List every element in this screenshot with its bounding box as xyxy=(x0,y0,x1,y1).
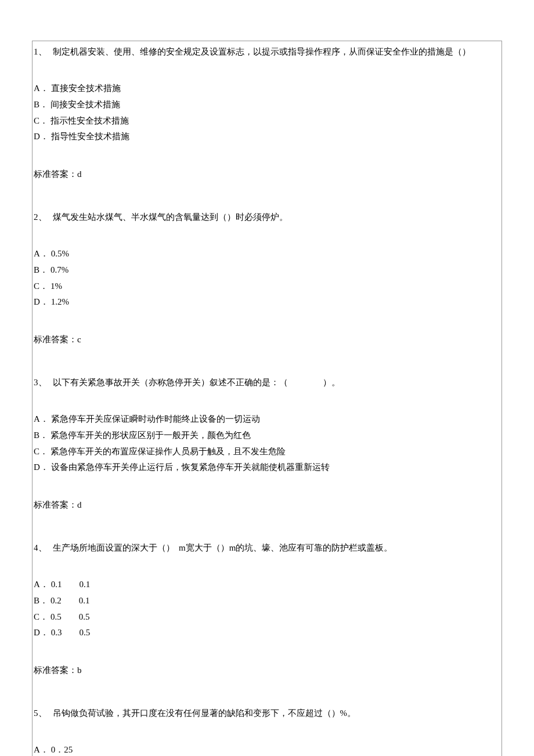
options-list: A．0.1 0.1 B．0.2 0.1 C．0.5 0.5 D．0.3 0.5 xyxy=(34,577,500,641)
option-letter: C． xyxy=(34,113,48,129)
question-body: 吊钩做负荷试验，其开口度在没有任何显著的缺陷和变形下，不应超过（）%。 xyxy=(53,708,356,718)
option-letter: C． xyxy=(34,444,48,460)
option-letter: C． xyxy=(34,278,48,295)
question-text: 1、制定机器安装、使用、维修的安全规定及设置标志，以提示或指导操作程序，从而保证… xyxy=(34,45,500,59)
option-text: 紧急停车开关的形状应区别于一般开关，颜色为红色 xyxy=(50,431,251,440)
option-d: D．设备由紧急停车开关停止运行后，恢复紧急停车开关就能使机器重新运转 xyxy=(34,460,500,476)
question-text: 5、吊钩做负荷试验，其开口度在没有任何显著的缺陷和变形下，不应超过（）%。 xyxy=(34,706,500,720)
question-text: 2、煤气发生站水煤气、半水煤气的含氧量达到（）时必须停炉。 xyxy=(34,210,500,224)
option-letter: A． xyxy=(34,246,49,262)
question-number: 5、 xyxy=(34,706,47,720)
option-letter: D． xyxy=(34,625,49,641)
option-text: 指导性安全技术措施 xyxy=(51,132,129,141)
option-a: A．0.5% xyxy=(34,246,500,262)
option-letter: D． xyxy=(34,129,49,145)
answer-value: d xyxy=(77,500,82,509)
option-letter: A． xyxy=(34,742,49,756)
options-list: A．直接安全技术措施 B．间接安全技术措施 C．指示性安全技术措施 D．指导性安… xyxy=(34,81,500,145)
option-text: 紧急停车开关的布置应保证操作人员易于触及，且不发生危险 xyxy=(50,447,286,456)
question-body: 生产场所地面设置的深大于（） m宽大于（）m的坑、壕、池应有可靠的防护栏或盖板。 xyxy=(53,543,393,552)
question-text: 3、以下有关紧急事故开关（亦称急停开关）叙述不正确的是：（ ）。 xyxy=(34,375,500,389)
question-number: 1、 xyxy=(34,45,47,59)
option-letter: A． xyxy=(34,81,49,97)
option-letter: B． xyxy=(34,97,48,113)
question-number: 4、 xyxy=(34,541,47,555)
option-text: 0.1 0.1 xyxy=(51,580,91,589)
option-c: C．1% xyxy=(34,278,500,295)
option-text: 0．25 xyxy=(51,745,73,754)
question-block: 5、吊钩做负荷试验，其开口度在没有任何显著的缺陷和变形下，不应超过（）%。 A．… xyxy=(34,706,500,756)
question-text: 4、生产场所地面设置的深大于（） m宽大于（）m的坑、壕、池应有可靠的防护栏或盖… xyxy=(34,541,500,555)
answer-label: 标准答案： xyxy=(34,335,77,344)
option-text: 直接安全技术措施 xyxy=(51,84,121,93)
question-block: 1、制定机器安装、使用、维修的安全规定及设置标志，以提示或指导操作程序，从而保证… xyxy=(34,45,500,181)
option-letter: B． xyxy=(34,428,48,444)
option-d: D．1.2% xyxy=(34,294,500,310)
answer-line: 标准答案：b xyxy=(34,663,500,677)
question-block: 3、以下有关紧急事故开关（亦称急停开关）叙述不正确的是：（ ）。 A．紧急停车开… xyxy=(34,375,500,512)
options-list: A．紧急停车开关应保证瞬时动作时能终止设备的一切运动 B．紧急停车开关的形状应区… xyxy=(34,411,500,476)
option-text: 1% xyxy=(50,281,62,291)
option-b: B．间接安全技术措施 xyxy=(34,97,500,113)
option-a: A．紧急停车开关应保证瞬时动作时能终止设备的一切运动 xyxy=(34,411,500,428)
answer-line: 标准答案：d xyxy=(34,167,500,181)
options-list: A．0.5% B．0.7% C．1% D．1.2% xyxy=(34,246,500,310)
option-letter: D． xyxy=(34,460,49,476)
question-body: 煤气发生站水煤气、半水煤气的含氧量达到（）时必须停炉。 xyxy=(53,212,288,222)
answer-label: 标准答案： xyxy=(34,665,77,675)
option-text: 0.2 0.1 xyxy=(50,596,90,605)
option-text: 1.2% xyxy=(51,297,69,306)
option-text: 0.3 0.5 xyxy=(51,628,91,637)
option-text: 0.5 0.5 xyxy=(50,612,90,621)
question-body: 以下有关紧急事故开关（亦称急停开关）叙述不正确的是：（ ）。 xyxy=(53,378,340,387)
option-letter: B． xyxy=(34,262,48,278)
option-letter: A． xyxy=(34,411,49,428)
answer-value: d xyxy=(77,169,82,179)
option-b: B．0.2 0.1 xyxy=(34,593,500,609)
question-number: 2、 xyxy=(34,210,47,224)
question-block: 4、生产场所地面设置的深大于（） m宽大于（）m的坑、壕、池应有可靠的防护栏或盖… xyxy=(34,541,500,677)
option-d: D．0.3 0.5 xyxy=(34,625,500,641)
answer-value: c xyxy=(77,335,81,344)
option-a: A．0．25 xyxy=(34,742,500,756)
option-letter: D． xyxy=(34,294,49,310)
option-text: 0.7% xyxy=(50,265,68,274)
answer-value: b xyxy=(77,665,82,675)
answer-line: 标准答案：c xyxy=(34,332,500,346)
option-text: 设备由紧急停车开关停止运行后，恢复紧急停车开关就能使机器重新运转 xyxy=(51,462,330,472)
option-text: 间接安全技术措施 xyxy=(50,100,120,109)
option-c: C．0.5 0.5 xyxy=(34,609,500,625)
question-body: 制定机器安装、使用、维修的安全规定及设置标志，以提示或指导操作程序，从而保证安全… xyxy=(53,47,471,56)
options-list: A．0．25 B．0.5 C．0.7 D．1.0 xyxy=(34,742,500,756)
option-b: B．0.7% xyxy=(34,262,500,278)
answer-label: 标准答案： xyxy=(34,169,77,179)
option-text: 紧急停车开关应保证瞬时动作时能终止设备的一切运动 xyxy=(51,414,260,424)
option-d: D．指导性安全技术措施 xyxy=(34,129,500,145)
option-letter: B． xyxy=(34,593,48,609)
option-letter: C． xyxy=(34,609,48,625)
option-a: A．0.1 0.1 xyxy=(34,577,500,593)
option-text: 0.5% xyxy=(51,249,69,258)
document-container: 1、制定机器安装、使用、维修的安全规定及设置标志，以提示或指导操作程序，从而保证… xyxy=(32,41,502,756)
question-block: 2、煤气发生站水煤气、半水煤气的含氧量达到（）时必须停炉。 A．0.5% B．0… xyxy=(34,210,500,346)
option-c: C．指示性安全技术措施 xyxy=(34,113,500,129)
option-text: 指示性安全技术措施 xyxy=(50,116,129,125)
option-c: C．紧急停车开关的布置应保证操作人员易于触及，且不发生危险 xyxy=(34,444,500,460)
answer-label: 标准答案： xyxy=(34,500,77,509)
answer-line: 标准答案：d xyxy=(34,498,500,512)
option-b: B．紧急停车开关的形状应区别于一般开关，颜色为红色 xyxy=(34,428,500,444)
option-letter: A． xyxy=(34,577,49,593)
option-a: A．直接安全技术措施 xyxy=(34,81,500,97)
question-number: 3、 xyxy=(34,375,47,389)
